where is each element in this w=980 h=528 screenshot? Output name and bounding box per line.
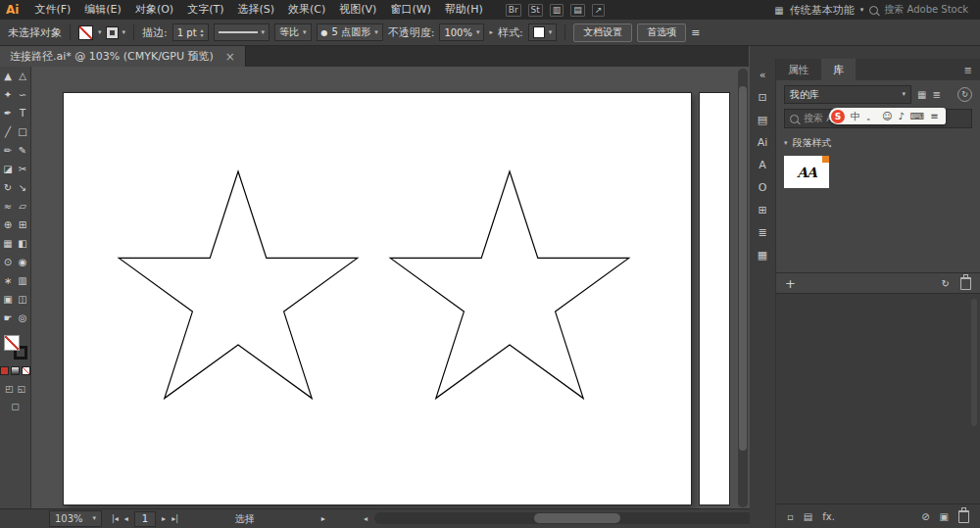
shape-builder-tool[interactable]: ⊕	[1, 216, 16, 234]
paintbrush-tool[interactable]: ✏	[1, 141, 16, 160]
slice-tool[interactable]: ◫	[16, 290, 30, 309]
magic-wand-tool[interactable]: ✦	[1, 85, 16, 104]
library-list-area[interactable]	[776, 293, 980, 504]
opacity-dropdown[interactable]: 100% ▾	[439, 24, 484, 41]
selection-tool[interactable]: ▲	[1, 67, 16, 85]
change-screen-mode-button[interactable]: ▢	[0, 402, 30, 411]
horizontal-scrollbar[interactable]	[374, 512, 783, 524]
status-flyout-icon[interactable]: ▸	[321, 514, 325, 523]
opacity-panel-chevron-icon[interactable]: ▸	[489, 29, 493, 36]
gradient-button[interactable]	[11, 366, 20, 375]
delete-library-item-icon[interactable]	[960, 277, 971, 290]
panel-menu-icon[interactable]: ≣	[964, 65, 972, 75]
star-shape[interactable]	[390, 171, 628, 399]
star-shape[interactable]	[119, 171, 357, 399]
document-tab[interactable]: 连接路径.ai* @ 103% (CMYK/GPU 预览) ×	[0, 46, 246, 67]
width-profile-dropdown[interactable]: 等比 ▾	[274, 24, 312, 41]
list-view-icon[interactable]: ≣	[932, 89, 940, 100]
blend-tool[interactable]: ◉	[16, 253, 30, 271]
zoom-level-dropdown[interactable]: 103% ▾	[49, 510, 102, 527]
zoom-tool[interactable]: ◎	[16, 309, 30, 327]
fill-stroke-indicator[interactable]	[4, 335, 27, 360]
mic-icon[interactable]: ♪	[898, 112, 904, 121]
fx-effects-icon[interactable]: fx.	[822, 511, 835, 522]
free-transform-tool[interactable]: ▱	[16, 197, 30, 216]
stroke-weight-stepper[interactable]: 1 pt ▴ ▾	[172, 24, 209, 41]
artboard-tool[interactable]: ▣	[1, 290, 16, 309]
bridge-icon[interactable]: Br	[506, 4, 521, 17]
scale-tool[interactable]: ↘	[16, 178, 30, 197]
delete-icon[interactable]	[958, 510, 969, 523]
grid-view-icon[interactable]: ▦	[917, 89, 926, 100]
horizontal-scrollbar-thumb[interactable]	[534, 513, 620, 523]
add-content-button[interactable]: +	[785, 276, 796, 291]
sogou-logo-icon[interactable]: S	[831, 110, 845, 123]
section-collapse-icon[interactable]: ▾	[784, 140, 788, 147]
draw-behind-icon[interactable]: ◱	[18, 384, 26, 394]
sync-library-icon[interactable]: ↻	[942, 278, 950, 289]
fill-chevron-down-icon[interactable]: ▾	[98, 29, 102, 36]
fill-color-box[interactable]	[4, 335, 20, 351]
artboard-partial[interactable]	[700, 93, 729, 504]
first-artboard-icon[interactable]: |◂	[112, 514, 119, 523]
document-setup-button[interactable]: 文档设置	[573, 24, 632, 42]
stock-icon[interactable]: St	[528, 4, 543, 17]
vertical-scrollbar-thumb[interactable]	[739, 86, 747, 451]
expand-panels-icon[interactable]: «	[760, 68, 766, 81]
type-tool[interactable]: T	[16, 104, 30, 122]
appearance-panel-icon[interactable]: ▤	[804, 511, 812, 522]
stroke-chevron-down-icon[interactable]: ▾	[122, 29, 126, 36]
perspective-grid-tool[interactable]: ⊞	[16, 216, 30, 234]
last-artboard-icon[interactable]: ▸|	[172, 514, 178, 523]
width-tool[interactable]: ≈	[1, 197, 16, 216]
direct-selection-tool[interactable]: △	[16, 67, 30, 85]
ime-language-mode[interactable]: 中	[851, 112, 860, 121]
tab-properties[interactable]: 属性	[776, 59, 821, 80]
stock-search-input[interactable]: 搜索 Adobe Stock	[884, 3, 968, 17]
brush-dropdown[interactable]: ● 5 点圆形 ▾	[317, 24, 383, 41]
library-select[interactable]: 我的库 ▾	[784, 85, 911, 104]
paragraph-style-item[interactable]: AA	[784, 156, 829, 188]
menu-item[interactable]: 效果(C)	[281, 0, 332, 20]
align-options-icon[interactable]: ≡	[691, 26, 700, 39]
scroll-left-icon[interactable]: ◂	[364, 514, 368, 523]
artboards-panel-icon[interactable]: ▤	[758, 113, 767, 126]
close-icon[interactable]: ×	[225, 50, 235, 64]
pen-tool[interactable]: ✒	[1, 104, 16, 122]
swatches-panel-icon[interactable]: ▦	[758, 248, 767, 262]
new-style-icon[interactable]: ▣	[940, 511, 949, 522]
line-segment-tool[interactable]: ╱	[1, 122, 16, 141]
character-styles-panel-icon[interactable]: A	[759, 158, 766, 171]
lasso-tool[interactable]: ∽	[16, 85, 30, 104]
pencil-tool[interactable]: ✎	[16, 141, 30, 160]
hand-tool[interactable]: ☛	[1, 309, 16, 327]
graphic-style-icon[interactable]: ▫	[787, 511, 794, 522]
artboard-number-field[interactable]: 1	[134, 511, 156, 527]
workspace-label[interactable]: 传统基本功能	[790, 3, 855, 18]
document-layout-icon[interactable]: ▤	[570, 4, 585, 17]
draw-normal-icon[interactable]: ◰	[5, 384, 14, 394]
panel-scrollbar[interactable]	[971, 299, 977, 426]
transform-panel-icon[interactable]: ⊞	[758, 203, 766, 216]
width-profile-value[interactable]: 等比	[279, 25, 299, 39]
menu-item[interactable]: 选择(S)	[230, 0, 281, 20]
menu-item[interactable]: 文件(F)	[27, 0, 77, 20]
toolbox-icon[interactable]: ≡	[930, 112, 938, 121]
gradient-tool[interactable]: ◧	[16, 234, 30, 253]
app-logo[interactable]: Ai	[0, 3, 27, 17]
mesh-tool[interactable]: ▦	[1, 234, 16, 253]
style-dropdown[interactable]: ▾	[528, 24, 558, 41]
cc-sync-status-icon[interactable]: ↻	[957, 87, 972, 102]
opacity-value[interactable]: 100%	[444, 27, 472, 38]
stepper-down-icon[interactable]: ▾	[201, 32, 204, 37]
tab-libraries[interactable]: 库	[821, 59, 856, 80]
symbol-sprayer-tool[interactable]: ∗	[1, 271, 16, 290]
stroke-swatch[interactable]	[107, 27, 118, 38]
vertical-scrollbar[interactable]	[738, 69, 748, 507]
ai-brand-icon[interactable]: Ai	[758, 135, 768, 149]
scissors-tool[interactable]: ✂	[16, 160, 30, 178]
clear-appearance-icon[interactable]: ⊘	[921, 511, 929, 522]
stepper-arrows[interactable]: ▴ ▾	[201, 27, 204, 37]
share-icon[interactable]: ↗	[592, 4, 606, 17]
align-panel-icon[interactable]: ≣	[758, 225, 766, 239]
